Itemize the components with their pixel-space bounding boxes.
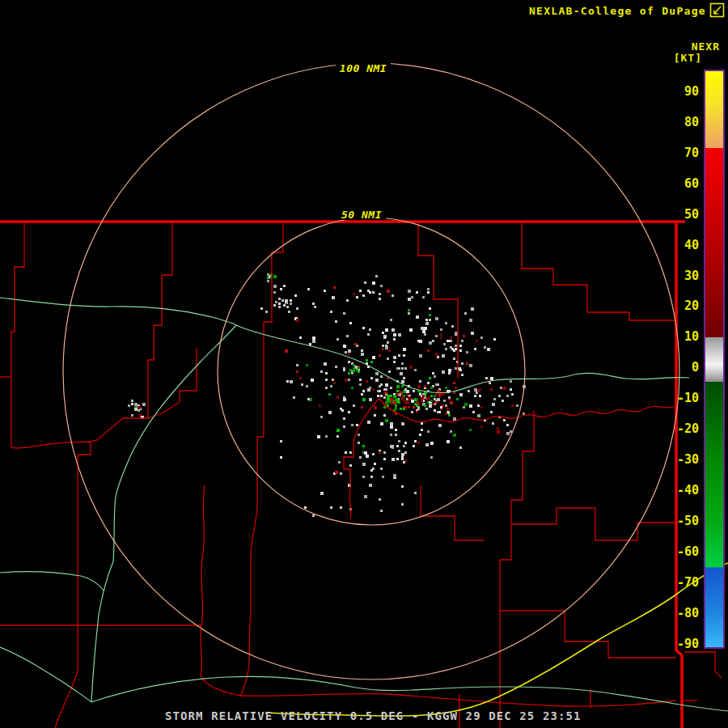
county-line (522, 223, 676, 320)
colorbar-tick-label: 20 (684, 299, 699, 312)
colorbar-tick-label: 70 (684, 146, 699, 159)
colorbar-tick-label: -20 (677, 422, 699, 435)
river-line (91, 676, 728, 711)
county-line (511, 508, 676, 540)
cod-weather-logo-icon (709, 2, 726, 19)
colorbar-tick-label: -70 (677, 576, 699, 589)
road-line (265, 563, 728, 716)
county-line (55, 223, 172, 728)
colorbar-tick-label: 50 (684, 208, 699, 221)
river-line-layer (0, 298, 728, 711)
colorbar-tick-label: -90 (677, 637, 699, 650)
range-ring-label-layer: 100 NMI50 NMI (336, 61, 391, 221)
radar-map[interactable]: 100 NMI50 NMI (0, 0, 728, 728)
county-line (500, 611, 676, 658)
county-line (11, 223, 91, 448)
range-ring-label: 50 NMI (341, 209, 382, 221)
colorbar-tick-label: -50 (677, 514, 699, 527)
road-line-layer (265, 563, 728, 716)
county-line-layer (0, 223, 722, 728)
colorbar-tick-label: 60 (684, 177, 699, 190)
county-line (684, 652, 722, 678)
colorbar-units-label: [KT] (674, 52, 702, 64)
range-ring-label: 100 NMI (340, 62, 387, 74)
state-border-line-layer (0, 222, 685, 728)
velocity-colorbar (704, 70, 725, 649)
county-line (148, 348, 197, 418)
colorbar-tick-label: -30 (677, 453, 699, 466)
range-ring (63, 63, 679, 679)
product-title: STORM RELATIVE VELOCITY 0.5 DEG - KGGW 2… (165, 709, 582, 722)
colorbar-tick-label: 90 (684, 85, 699, 98)
colorbar-tick-label: 80 (684, 116, 699, 129)
county-line (241, 223, 676, 706)
colorbar-tick-label: 10 (684, 330, 699, 343)
echo-layer (128, 273, 526, 517)
colorbar-tick-label: -80 (677, 607, 699, 620)
colorbar-tick-label: 30 (684, 269, 699, 282)
range-ring-layer (63, 63, 679, 679)
county-line (201, 485, 241, 696)
river-line (91, 325, 236, 702)
radar-viewer: 100 NMI50 NMI NEXLAB-College of DuPage N… (0, 0, 728, 728)
state-border-line (676, 223, 682, 728)
river-line (0, 572, 104, 590)
county-line (500, 411, 534, 728)
colorbar-tick-label: -10 (677, 392, 699, 404)
colorbar-product-label: NEXR (692, 40, 720, 53)
colorbar-tick-label: 40 (684, 239, 699, 252)
brand-title: NEXLAB-College of DuPage (529, 5, 706, 17)
colorbar-tick-label: -60 (677, 545, 699, 558)
colorbar-tick-label: -40 (677, 484, 699, 497)
colorbar-tick-label: 0 (692, 361, 699, 374)
